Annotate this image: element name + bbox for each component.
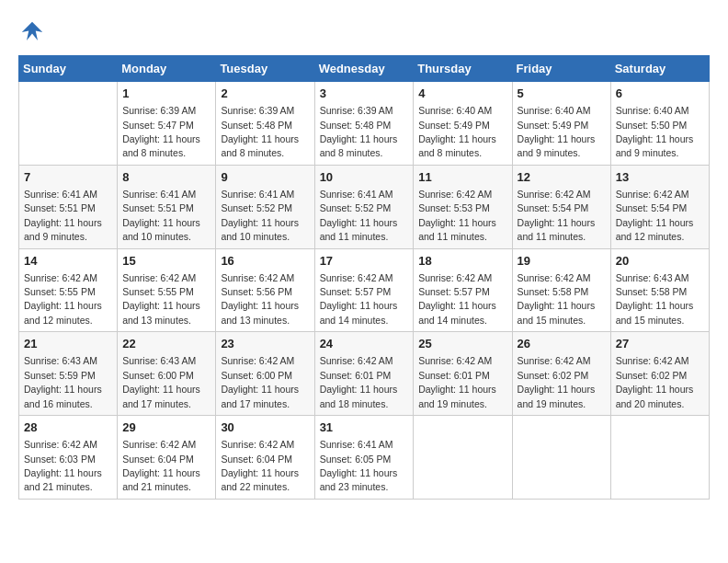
day-cell: 2Sunrise: 6:39 AM Sunset: 5:48 PM Daylig… bbox=[216, 82, 314, 166]
svg-marker-0 bbox=[22, 22, 43, 40]
day-number: 17 bbox=[320, 253, 409, 270]
day-cell: 6Sunrise: 6:40 AM Sunset: 5:50 PM Daylig… bbox=[610, 82, 709, 166]
day-info: Sunrise: 6:41 AM Sunset: 5:52 PM Dayligh… bbox=[320, 189, 398, 242]
day-info: Sunrise: 6:42 AM Sunset: 5:54 PM Dayligh… bbox=[518, 189, 596, 242]
day-info: Sunrise: 6:41 AM Sunset: 5:51 PM Dayligh… bbox=[122, 189, 200, 242]
day-cell: 3Sunrise: 6:39 AM Sunset: 5:48 PM Daylig… bbox=[314, 82, 414, 166]
day-info: Sunrise: 6:43 AM Sunset: 6:00 PM Dayligh… bbox=[122, 355, 200, 408]
day-cell: 25Sunrise: 6:42 AM Sunset: 6:01 PM Dayli… bbox=[414, 332, 512, 416]
calendar-header: SundayMondayTuesdayWednesdayThursdayFrid… bbox=[19, 56, 710, 82]
day-cell: 29Sunrise: 6:42 AM Sunset: 6:04 PM Dayli… bbox=[118, 416, 216, 500]
day-number: 21 bbox=[24, 336, 112, 352]
day-number: 29 bbox=[122, 419, 210, 436]
week-row-2: 7Sunrise: 6:41 AM Sunset: 5:51 PM Daylig… bbox=[19, 165, 710, 248]
day-info: Sunrise: 6:42 AM Sunset: 5:56 PM Dayligh… bbox=[221, 272, 299, 326]
day-cell: 17Sunrise: 6:42 AM Sunset: 5:57 PM Dayli… bbox=[314, 248, 414, 332]
day-cell bbox=[414, 416, 512, 500]
calendar-table: SundayMondayTuesdayWednesdayThursdayFrid… bbox=[18, 55, 710, 500]
day-number: 13 bbox=[616, 169, 704, 186]
day-cell: 13Sunrise: 6:42 AM Sunset: 5:54 PM Dayli… bbox=[610, 165, 709, 248]
day-number: 22 bbox=[122, 336, 210, 352]
day-cell bbox=[19, 82, 118, 166]
day-info: Sunrise: 6:41 AM Sunset: 5:52 PM Dayligh… bbox=[221, 189, 299, 242]
day-info: Sunrise: 6:42 AM Sunset: 6:01 PM Dayligh… bbox=[320, 355, 398, 408]
header-row: SundayMondayTuesdayWednesdayThursdayFrid… bbox=[19, 56, 710, 82]
day-cell: 30Sunrise: 6:42 AM Sunset: 6:04 PM Dayli… bbox=[216, 416, 314, 500]
header-cell-thursday: Thursday bbox=[414, 56, 512, 82]
day-info: Sunrise: 6:41 AM Sunset: 6:05 PM Dayligh… bbox=[320, 439, 398, 492]
day-info: Sunrise: 6:42 AM Sunset: 5:58 PM Dayligh… bbox=[518, 272, 596, 326]
day-info: Sunrise: 6:42 AM Sunset: 6:04 PM Dayligh… bbox=[221, 439, 299, 492]
day-info: Sunrise: 6:42 AM Sunset: 6:02 PM Dayligh… bbox=[518, 355, 596, 408]
day-info: Sunrise: 6:42 AM Sunset: 5:54 PM Dayligh… bbox=[616, 189, 694, 242]
day-info: Sunrise: 6:39 AM Sunset: 5:48 PM Dayligh… bbox=[221, 105, 299, 158]
day-info: Sunrise: 6:42 AM Sunset: 5:53 PM Dayligh… bbox=[418, 189, 496, 242]
day-number: 3 bbox=[320, 86, 409, 102]
day-number: 26 bbox=[518, 336, 606, 352]
week-row-1: 1Sunrise: 6:39 AM Sunset: 5:47 PM Daylig… bbox=[19, 82, 710, 166]
day-cell bbox=[610, 416, 709, 500]
logo-icon bbox=[18, 18, 46, 46]
day-info: Sunrise: 6:42 AM Sunset: 5:55 PM Dayligh… bbox=[122, 272, 200, 326]
header-cell-friday: Friday bbox=[512, 56, 610, 82]
header-cell-tuesday: Tuesday bbox=[216, 56, 314, 82]
week-row-4: 21Sunrise: 6:43 AM Sunset: 5:59 PM Dayli… bbox=[19, 332, 710, 416]
day-number: 31 bbox=[320, 419, 409, 436]
day-info: Sunrise: 6:40 AM Sunset: 5:50 PM Dayligh… bbox=[616, 105, 694, 158]
day-cell: 27Sunrise: 6:42 AM Sunset: 6:02 PM Dayli… bbox=[610, 332, 709, 416]
day-info: Sunrise: 6:43 AM Sunset: 5:59 PM Dayligh… bbox=[24, 355, 102, 408]
day-info: Sunrise: 6:40 AM Sunset: 5:49 PM Dayligh… bbox=[518, 105, 596, 158]
day-info: Sunrise: 6:42 AM Sunset: 5:57 PM Dayligh… bbox=[418, 272, 496, 326]
day-number: 4 bbox=[418, 86, 506, 102]
header-cell-saturday: Saturday bbox=[610, 56, 709, 82]
day-cell: 23Sunrise: 6:42 AM Sunset: 6:00 PM Dayli… bbox=[216, 332, 314, 416]
day-number: 2 bbox=[221, 86, 309, 102]
page-header bbox=[18, 18, 710, 46]
day-info: Sunrise: 6:39 AM Sunset: 5:47 PM Dayligh… bbox=[122, 105, 200, 158]
day-cell: 5Sunrise: 6:40 AM Sunset: 5:49 PM Daylig… bbox=[512, 82, 610, 166]
day-number: 14 bbox=[24, 253, 112, 270]
day-number: 12 bbox=[518, 169, 606, 186]
day-cell: 15Sunrise: 6:42 AM Sunset: 5:55 PM Dayli… bbox=[118, 248, 216, 332]
day-cell: 10Sunrise: 6:41 AM Sunset: 5:52 PM Dayli… bbox=[314, 165, 414, 248]
day-cell: 7Sunrise: 6:41 AM Sunset: 5:51 PM Daylig… bbox=[19, 165, 118, 248]
day-number: 18 bbox=[418, 253, 506, 270]
day-cell: 20Sunrise: 6:43 AM Sunset: 5:58 PM Dayli… bbox=[610, 248, 709, 332]
day-cell: 9Sunrise: 6:41 AM Sunset: 5:52 PM Daylig… bbox=[216, 165, 314, 248]
day-number: 23 bbox=[221, 336, 309, 352]
day-number: 24 bbox=[320, 336, 409, 352]
day-number: 28 bbox=[24, 419, 112, 436]
day-number: 15 bbox=[122, 253, 210, 270]
day-info: Sunrise: 6:42 AM Sunset: 5:57 PM Dayligh… bbox=[320, 272, 398, 326]
day-cell: 1Sunrise: 6:39 AM Sunset: 5:47 PM Daylig… bbox=[118, 82, 216, 166]
day-cell bbox=[512, 416, 610, 500]
day-cell: 4Sunrise: 6:40 AM Sunset: 5:49 PM Daylig… bbox=[414, 82, 512, 166]
header-cell-sunday: Sunday bbox=[19, 56, 118, 82]
day-info: Sunrise: 6:42 AM Sunset: 6:04 PM Dayligh… bbox=[122, 439, 200, 492]
day-cell: 16Sunrise: 6:42 AM Sunset: 5:56 PM Dayli… bbox=[216, 248, 314, 332]
calendar-body: 1Sunrise: 6:39 AM Sunset: 5:47 PM Daylig… bbox=[19, 82, 710, 500]
week-row-5: 28Sunrise: 6:42 AM Sunset: 6:03 PM Dayli… bbox=[19, 416, 710, 500]
day-cell: 14Sunrise: 6:42 AM Sunset: 5:55 PM Dayli… bbox=[19, 248, 118, 332]
day-cell: 18Sunrise: 6:42 AM Sunset: 5:57 PM Dayli… bbox=[414, 248, 512, 332]
day-info: Sunrise: 6:40 AM Sunset: 5:49 PM Dayligh… bbox=[418, 105, 496, 158]
day-cell: 24Sunrise: 6:42 AM Sunset: 6:01 PM Dayli… bbox=[314, 332, 414, 416]
day-number: 19 bbox=[518, 253, 606, 270]
day-cell: 12Sunrise: 6:42 AM Sunset: 5:54 PM Dayli… bbox=[512, 165, 610, 248]
week-row-3: 14Sunrise: 6:42 AM Sunset: 5:55 PM Dayli… bbox=[19, 248, 710, 332]
day-info: Sunrise: 6:39 AM Sunset: 5:48 PM Dayligh… bbox=[320, 105, 398, 158]
header-cell-wednesday: Wednesday bbox=[314, 56, 414, 82]
day-number: 20 bbox=[616, 253, 704, 270]
day-info: Sunrise: 6:42 AM Sunset: 6:00 PM Dayligh… bbox=[221, 355, 299, 408]
day-cell: 26Sunrise: 6:42 AM Sunset: 6:02 PM Dayli… bbox=[512, 332, 610, 416]
day-number: 16 bbox=[221, 253, 309, 270]
day-number: 9 bbox=[221, 169, 309, 186]
logo bbox=[18, 18, 50, 46]
day-number: 8 bbox=[122, 169, 210, 186]
day-cell: 19Sunrise: 6:42 AM Sunset: 5:58 PM Dayli… bbox=[512, 248, 610, 332]
day-info: Sunrise: 6:42 AM Sunset: 5:55 PM Dayligh… bbox=[24, 272, 102, 326]
day-number: 30 bbox=[221, 419, 309, 436]
day-cell: 31Sunrise: 6:41 AM Sunset: 6:05 PM Dayli… bbox=[314, 416, 414, 500]
day-info: Sunrise: 6:42 AM Sunset: 6:01 PM Dayligh… bbox=[418, 355, 496, 408]
day-cell: 11Sunrise: 6:42 AM Sunset: 5:53 PM Dayli… bbox=[414, 165, 512, 248]
